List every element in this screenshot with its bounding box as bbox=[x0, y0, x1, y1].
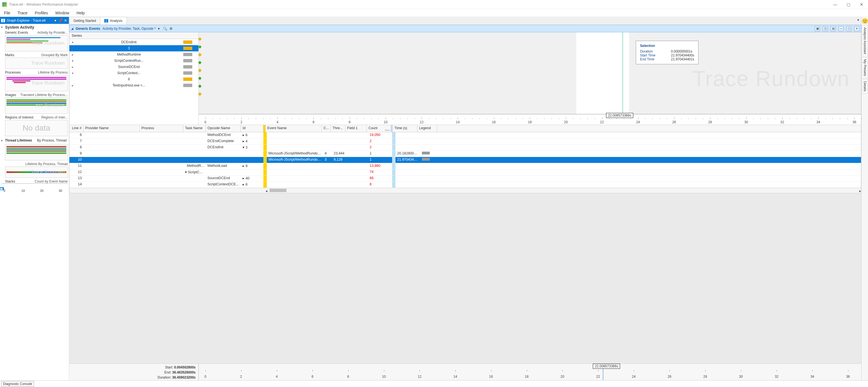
minimize-button[interactable]: — bbox=[829, 0, 842, 9]
diagnostic-console-button[interactable]: Diagnostic Console bbox=[1, 381, 34, 387]
col-id[interactable]: Id bbox=[241, 125, 264, 132]
graph-header: ◢ Generic Events Activity by Provider, T… bbox=[69, 25, 861, 32]
item-generic-events[interactable]: Generic Events Activity by Provide... Tr… bbox=[0, 30, 69, 51]
table-row[interactable]: 9Microsoft-JScript/MethodRundow...423,44… bbox=[69, 151, 861, 157]
smiley-icon[interactable]: 🙂 bbox=[862, 18, 868, 24]
table-row[interactable]: 7DCEndComplete▸ 42 bbox=[69, 138, 861, 145]
col-task[interactable]: Task Name bbox=[183, 125, 206, 132]
close-button[interactable]: ✕ bbox=[855, 0, 868, 9]
table-row[interactable]: 14ScriptContextDCE...▸ 88 bbox=[69, 182, 861, 188]
app-icon bbox=[2, 2, 7, 7]
menu-window[interactable]: Window bbox=[52, 9, 73, 16]
status-bar: Diagnostic Console bbox=[0, 380, 868, 387]
generic-label: Generic Events bbox=[5, 31, 28, 35]
menu-help[interactable]: Help bbox=[73, 9, 88, 16]
tab-overflow-icon[interactable]: ▾ bbox=[855, 17, 861, 25]
tab-analysis[interactable]: 1Analysis bbox=[100, 17, 127, 25]
titlebar: Trace.etl - Windows Performance Analyzer… bbox=[0, 0, 868, 9]
menubar: File Trace Profiles Window Help bbox=[0, 9, 868, 17]
series-row[interactable]: ▸TextInputHost.exe <... bbox=[69, 82, 198, 89]
series-row[interactable]: 3 bbox=[69, 45, 198, 51]
close-panel-icon[interactable]: ✕ bbox=[63, 19, 68, 23]
table-row[interactable]: 8DCEndInit▾ 32 bbox=[69, 145, 861, 151]
series-row[interactable]: ▾ScriptContextRun... bbox=[69, 58, 198, 64]
section-thread-lifetimes[interactable]: Thread LifetimesBy Process, Thread bbox=[0, 137, 69, 143]
tab-analysis-assistant[interactable]: Analysis Assistant bbox=[862, 25, 868, 56]
col-thread[interactable]: Thre... bbox=[331, 125, 345, 132]
right-tab-strip: 🙂 Analysis Assistant My Presets Details bbox=[861, 17, 868, 380]
gear-icon[interactable]: ⚙ bbox=[169, 27, 173, 31]
series-row[interactable]: ▾DCEndInit bbox=[69, 39, 198, 45]
item-marks[interactable]: MarksGrouped By Mark Trace Rundown bbox=[0, 52, 69, 69]
pin-icon[interactable]: 📌 bbox=[58, 19, 63, 23]
col-opcode[interactable]: Opcode Name bbox=[206, 125, 241, 132]
window-title: Trace.etl - Windows Performance Analyzer bbox=[9, 2, 829, 6]
item-regions[interactable]: Regions of InterestRegions of Inter... N… bbox=[0, 115, 69, 136]
col-process[interactable]: Process bbox=[140, 125, 183, 132]
series-row[interactable]: ▾ScriptContext... bbox=[69, 70, 198, 76]
maximize-button[interactable]: ▢ bbox=[842, 0, 855, 9]
view-close-icon[interactable]: ✕ bbox=[854, 26, 859, 31]
tab-my-presets[interactable]: My Presets bbox=[862, 57, 868, 78]
col-line[interactable]: Line # bbox=[69, 125, 84, 132]
graph-title: Generic Events bbox=[75, 27, 100, 31]
graph-explorer-title: Graph Explorer - Trace.etl bbox=[7, 19, 45, 23]
col-event[interactable]: Event Name bbox=[266, 125, 322, 132]
item-images[interactable]: ImagesTransient Lifetime By Process... a… bbox=[0, 93, 69, 114]
graph-subtitle[interactable]: Activity by Provider, Task, Opcode * bbox=[102, 27, 155, 31]
bottom-cursor-bubble: 22.008573366s bbox=[593, 364, 620, 369]
table-row[interactable]: 11MethodR...MethodLoad▸ 913,860 bbox=[69, 163, 861, 169]
item-stacks[interactable]: StacksCount by Event Name bbox=[0, 179, 69, 183]
chevron-down-icon[interactable]: ▾ bbox=[53, 19, 58, 23]
col-provider[interactable]: Provider Name bbox=[84, 125, 140, 132]
mini-ruler: ◀▶ 0 10 20 30 bbox=[1, 183, 68, 192]
table-row[interactable]: 10Microsoft-JScript/MethodRundow...39,12… bbox=[69, 157, 861, 163]
graph-explorer-panel: 1 Graph Explorer - Trace.etl ▾ 📌 ✕ Syste… bbox=[0, 17, 69, 380]
item-threads[interactable] bbox=[0, 143, 69, 161]
table-header: Line # Provider Name Process Task Name O… bbox=[69, 125, 861, 132]
menu-file[interactable]: File bbox=[1, 9, 14, 16]
timeline[interactable]: Trace Rundown Selection Duration0.000000… bbox=[199, 32, 861, 125]
series-header: Series bbox=[69, 32, 198, 39]
item-processes[interactable]: ProcessesLifetime By Process Trace Rundo… bbox=[0, 70, 69, 91]
bottom-ruler: Start: 0.004502800s End: 36.463526000s D… bbox=[69, 363, 861, 380]
series-row[interactable]: ▸MethodRuntime bbox=[69, 51, 198, 58]
item-threads2[interactable]: Lifetime By Process, Thread Trace Rundow… bbox=[0, 162, 69, 178]
table-row[interactable]: 6MethodDCEnd▸ 619,050 bbox=[69, 132, 861, 138]
view-min-icon[interactable]: — bbox=[838, 26, 843, 31]
tab-details[interactable]: Details bbox=[862, 79, 868, 94]
menu-trace[interactable]: Trace bbox=[14, 9, 31, 16]
tab-getting-started[interactable]: Getting Started bbox=[69, 17, 100, 25]
col-field1[interactable]: Field 1 bbox=[345, 125, 367, 132]
menu-profiles[interactable]: Profiles bbox=[31, 9, 52, 16]
table-row[interactable]: 13SourceDCEnd▸ 4066 bbox=[69, 176, 861, 182]
graph-explorer-header: 1 Graph Explorer - Trace.etl ▾ 📌 ✕ bbox=[0, 17, 69, 24]
view-mode-3-icon[interactable]: ▤ bbox=[831, 26, 836, 31]
col-count[interactable]: CountSum bbox=[367, 125, 391, 132]
selection-tooltip: Selection Duration0.000000001s Start Tim… bbox=[636, 41, 699, 64]
timeline-watermark: Trace Rundown bbox=[199, 32, 861, 125]
col-time[interactable]: Time (s) bbox=[393, 125, 417, 132]
chevron-down-icon[interactable]: ▾ bbox=[158, 27, 160, 31]
graph-explorer-num: 1 bbox=[1, 19, 5, 22]
col-c[interactable]: C... bbox=[322, 125, 331, 132]
view-mode-2-icon[interactable]: ◫ bbox=[823, 26, 828, 31]
view-max-icon[interactable]: ▢ bbox=[846, 26, 851, 31]
graph-area: Series ▾DCEndInit3▸MethodRuntime▾ScriptC… bbox=[69, 32, 861, 125]
watermark: Trace Rundown bbox=[5, 35, 67, 51]
col-legend[interactable]: Legend bbox=[417, 125, 437, 132]
series-row[interactable]: ▸SourceDCEnd bbox=[69, 64, 198, 70]
generic-sub: Activity by Provide... bbox=[37, 31, 68, 35]
table-row[interactable]: 12▾ ScriptCo...74 bbox=[69, 169, 861, 176]
event-table: Line # Provider Name Process Task Name O… bbox=[69, 125, 861, 193]
view-mode-1-icon[interactable]: ▦ bbox=[815, 26, 820, 31]
time-cursor-bubble: 22.008573366s bbox=[606, 113, 633, 118]
no-data-label: No data bbox=[5, 120, 67, 136]
main-area: Getting Started 1Analysis ▾ ◢ Generic Ev… bbox=[69, 17, 861, 380]
horizontal-scrollbar[interactable]: ◂▸ bbox=[69, 188, 861, 193]
separator-gold bbox=[264, 125, 266, 132]
search-icon[interactable]: 🔍 bbox=[163, 27, 167, 31]
series-row[interactable]: 8 bbox=[69, 76, 198, 82]
document-tabs: Getting Started 1Analysis ▾ bbox=[69, 17, 861, 25]
section-system-activity[interactable]: System Activity bbox=[0, 24, 69, 30]
